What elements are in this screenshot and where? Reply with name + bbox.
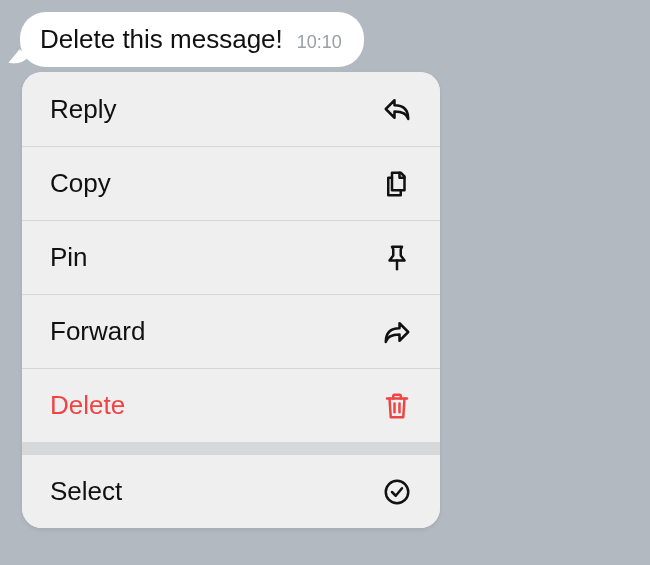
check-circle-icon xyxy=(380,475,414,509)
pin-icon xyxy=(380,241,414,275)
message-text: Delete this message! xyxy=(40,24,283,55)
trash-icon xyxy=(380,389,414,423)
svg-point-0 xyxy=(386,480,409,503)
chat-screen: Delete this message! 10:10 Reply Copy Pi… xyxy=(0,0,650,565)
copy-icon xyxy=(380,167,414,201)
menu-item-delete[interactable]: Delete xyxy=(22,368,440,442)
menu-item-select[interactable]: Select xyxy=(22,454,440,528)
menu-item-forward[interactable]: Forward xyxy=(22,294,440,368)
menu-item-reply[interactable]: Reply xyxy=(22,72,440,146)
menu-item-label: Pin xyxy=(50,242,88,273)
menu-item-label: Forward xyxy=(50,316,145,347)
context-menu: Reply Copy Pin xyxy=(22,72,440,528)
menu-item-label: Select xyxy=(50,476,122,507)
reply-icon xyxy=(380,92,414,126)
message-bubble[interactable]: Delete this message! 10:10 xyxy=(20,12,364,67)
menu-item-label: Copy xyxy=(50,168,111,199)
menu-item-copy[interactable]: Copy xyxy=(22,146,440,220)
menu-item-label: Reply xyxy=(50,94,116,125)
menu-separator xyxy=(22,442,440,454)
menu-item-pin[interactable]: Pin xyxy=(22,220,440,294)
forward-icon xyxy=(380,315,414,349)
message-timestamp: 10:10 xyxy=(297,32,342,53)
menu-item-label: Delete xyxy=(50,390,125,421)
message-row: Delete this message! 10:10 xyxy=(20,12,364,67)
